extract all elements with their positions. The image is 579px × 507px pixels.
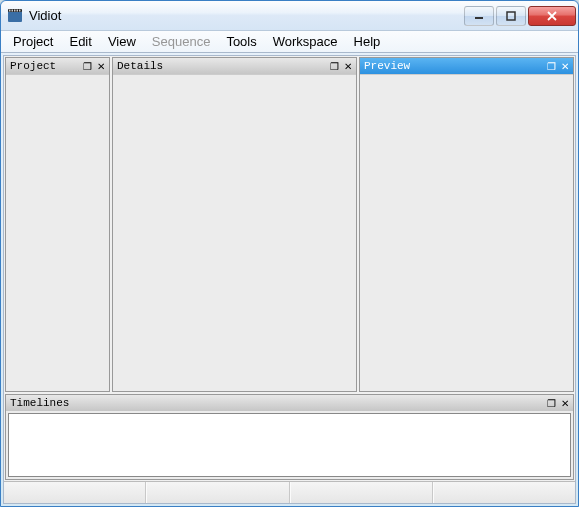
svg-rect-7 [475,17,483,19]
svg-rect-5 [17,9,19,11]
maximize-button[interactable] [496,6,526,26]
details-panel-close-icon[interactable]: ✕ [342,60,354,72]
timelines-panel-close-icon[interactable]: ✕ [559,397,571,409]
status-cell-2 [146,482,289,503]
menu-view[interactable]: View [100,32,144,51]
svg-rect-3 [12,9,14,11]
window-controls [462,6,576,26]
project-panel-header[interactable]: Project ❐ ✕ [6,58,109,74]
project-panel: Project ❐ ✕ [5,57,110,392]
timelines-panel-header[interactable]: Timelines ❐ ✕ [6,395,573,411]
details-panel-title: Details [117,60,326,72]
svg-rect-0 [8,11,22,22]
app-window: Vidiot Project Edit View Sequence Tools … [0,0,579,507]
details-panel-restore-icon[interactable]: ❐ [328,60,340,72]
project-panel-close-icon[interactable]: ✕ [95,60,107,72]
status-cell-3 [290,482,433,503]
menu-tools[interactable]: Tools [218,32,264,51]
menu-edit[interactable]: Edit [61,32,99,51]
menubar: Project Edit View Sequence Tools Workspa… [1,31,578,53]
menu-workspace[interactable]: Workspace [265,32,346,51]
details-panel-body[interactable] [113,74,356,391]
window-title: Vidiot [29,8,462,23]
status-cell-1 [4,482,146,503]
timelines-panel-restore-icon[interactable]: ❐ [545,397,557,409]
project-panel-restore-icon[interactable]: ❐ [81,60,93,72]
timelines-panel-title: Timelines [10,397,543,409]
app-icon [7,8,23,24]
timelines-panel: Timelines ❐ ✕ [5,394,574,480]
details-panel: Details ❐ ✕ [112,57,357,392]
status-cell-4 [433,482,575,503]
bottom-panels-row: Timelines ❐ ✕ [4,393,575,481]
client-area: Project ❐ ✕ Details ❐ ✕ Preview ❐ ✕ [3,55,576,504]
preview-panel: Preview ❐ ✕ [359,57,574,392]
timelines-panel-body[interactable] [8,413,571,477]
svg-rect-6 [19,9,21,11]
preview-panel-header[interactable]: Preview ❐ ✕ [360,58,573,74]
menu-sequence: Sequence [144,32,219,51]
preview-panel-close-icon[interactable]: ✕ [559,60,571,72]
svg-rect-8 [507,12,515,20]
svg-rect-2 [9,9,11,11]
project-panel-title: Project [10,60,79,72]
preview-panel-title: Preview [364,60,543,72]
preview-panel-body[interactable] [360,74,573,391]
details-panel-header[interactable]: Details ❐ ✕ [113,58,356,74]
menu-help[interactable]: Help [346,32,389,51]
svg-rect-4 [14,9,16,11]
menu-project[interactable]: Project [5,32,61,51]
preview-panel-restore-icon[interactable]: ❐ [545,60,557,72]
project-panel-body[interactable] [6,74,109,391]
top-panels-row: Project ❐ ✕ Details ❐ ✕ Preview ❐ ✕ [4,56,575,393]
close-button[interactable] [528,6,576,26]
titlebar[interactable]: Vidiot [1,1,578,31]
minimize-button[interactable] [464,6,494,26]
statusbar [4,481,575,503]
